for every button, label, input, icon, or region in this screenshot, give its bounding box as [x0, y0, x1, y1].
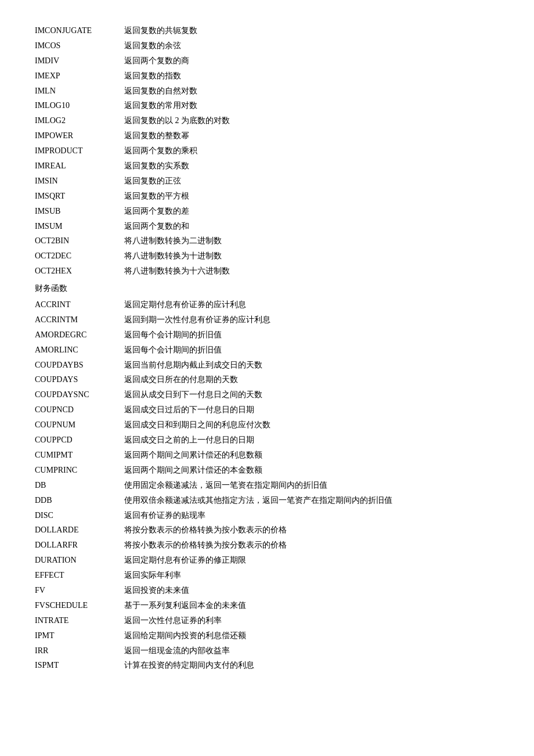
func-desc: 返回定期付息有价证券的修正期限 [116, 553, 499, 568]
func-name: IMPRODUCT [35, 143, 116, 159]
list-item: IMLOG2 返回复数的以 2 为底数的对数 [35, 113, 499, 128]
func-name: COUPNUM [35, 417, 116, 433]
func-desc: 返回复数的正弦 [116, 174, 499, 189]
func-name: DDB [35, 493, 116, 508]
func-name: IMPOWER [35, 128, 116, 143]
list-item: IMREAL 返回复数的实系数 [35, 159, 499, 174]
func-name: COUPPCD [35, 433, 116, 448]
func-desc: 返回两个复数的商 [116, 53, 499, 69]
func-name: IMLOG10 [35, 98, 116, 113]
func-desc: 基于一系列复利返回本金的未来值 [116, 598, 499, 613]
func-desc: 返回两个复数的乘积 [116, 143, 499, 159]
func-name: IMSIN [35, 174, 116, 189]
list-item: IMEXP 返回复数的指数 [35, 69, 499, 84]
func-name: OCT2HEX [35, 264, 116, 279]
list-item: CUMIPMT 返回两个期间之间累计偿还的利息数额 [35, 448, 499, 463]
func-desc: 返回复数的平方根 [116, 189, 499, 204]
func-name: ACCRINTM [35, 312, 116, 327]
func-desc: 将八进制数转换为十进制数 [116, 249, 499, 264]
list-item: COUPDAYBS 返回当前付息期内截止到成交日的天数 [35, 358, 499, 373]
func-desc: 使用双倍余额递减法或其他指定方法，返回一笔资产在指定期间内的折旧值 [116, 493, 499, 508]
list-item: DB 使用固定余额递减法，返回一笔资在指定期间内的折旧值 [35, 478, 499, 493]
func-name: FV [35, 583, 116, 598]
func-desc: 返回两个期间之间累计偿还的利息数额 [116, 448, 499, 463]
list-item: DURATION 返回定期付息有价证券的修正期限 [35, 553, 499, 568]
func-name: DOLLARFR [35, 538, 116, 553]
list-item: IPMT 返回给定期间内投资的利息偿还额 [35, 628, 499, 643]
func-desc: 将八进制数转换为二进制数 [116, 233, 499, 249]
list-item: IMSIN 返回复数的正弦 [35, 174, 499, 189]
list-item: IMSQRT 返回复数的平方根 [35, 189, 499, 204]
func-name: COUPDAYSNC [35, 387, 116, 402]
list-item: DOLLARFR 将按小数表示的价格转换为按分数表示的价格 [35, 538, 499, 553]
list-item: IMSUM 返回两个复数的和 [35, 219, 499, 234]
func-desc: 返回复数的自然对数 [116, 84, 499, 99]
func-desc: 返回两个期间之间累计偿还的本金数额 [116, 463, 499, 478]
func-desc: 返回有价证券的贴现率 [116, 508, 499, 523]
func-name: ACCRINT [35, 297, 116, 312]
list-item: FVSCHEDULE 基于一系列复利返回本金的未来值 [35, 598, 499, 613]
func-name: IMREAL [35, 159, 116, 174]
func-name: IMLOG2 [35, 113, 116, 128]
list-item: AMORLINC 返回每个会计期间的折旧值 [35, 343, 499, 358]
func-name: AMORDEGRC [35, 327, 116, 343]
list-item: IMLN 返回复数的自然对数 [35, 84, 499, 99]
list-item: IMPRODUCT 返回两个复数的乘积 [35, 143, 499, 159]
func-desc: 返回成交日和到期日之间的利息应付次数 [116, 417, 499, 433]
func-name: IMDIV [35, 53, 116, 69]
list-item: IMSUB 返回两个复数的差 [35, 204, 499, 219]
func-desc: 返回成交日之前的上一付息日的日期 [116, 433, 499, 448]
list-item: COUPDAYS 返回成交日所在的付息期的天数 [35, 372, 499, 387]
func-desc: 返回一组现金流的内部收益率 [116, 643, 499, 658]
func-desc: 返回两个复数的和 [116, 219, 499, 234]
func-desc: 返回成交日所在的付息期的天数 [116, 372, 499, 387]
func-desc: 使用固定余额递减法，返回一笔资在指定期间内的折旧值 [116, 478, 499, 493]
financial-section: 财务函数 ACCRINT 返回定期付息有价证券的应计利息ACCRINTM 返回到… [35, 281, 499, 673]
list-item: ACCRINTM 返回到期一次性付息有价证券的应计利息 [35, 312, 499, 327]
func-name: ISPMT [35, 658, 116, 673]
list-item: IMCOS 返回复数的余弦 [35, 38, 499, 53]
func-desc: 返回一次性付息证券的利率 [116, 613, 499, 628]
func-desc: 返回两个复数的差 [116, 204, 499, 219]
func-name: CUMIPMT [35, 448, 116, 463]
func-name: COUPDAYS [35, 372, 116, 387]
func-name: INTRATE [35, 613, 116, 628]
list-item: OCT2BIN 将八进制数转换为二进制数 [35, 233, 499, 249]
financial-functions-list: ACCRINT 返回定期付息有价证券的应计利息ACCRINTM 返回到期一次性付… [35, 297, 499, 673]
list-item: CUMPRINC 返回两个期间之间累计偿还的本金数额 [35, 463, 499, 478]
list-item: COUPNCD 返回成交日过后的下一付息日的日期 [35, 402, 499, 417]
func-name: AMORLINC [35, 343, 116, 358]
list-item: FV 返回投资的未来值 [35, 583, 499, 598]
func-desc: 返回成交日过后的下一付息日的日期 [116, 402, 499, 417]
func-desc: 返回定期付息有价证券的应计利息 [116, 297, 499, 312]
func-name: IPMT [35, 628, 116, 643]
list-item: COUPPCD 返回成交日之前的上一付息日的日期 [35, 433, 499, 448]
func-name: DB [35, 478, 116, 493]
financial-section-header: 财务函数 [35, 281, 499, 296]
func-name: IMCONJUGATE [35, 23, 116, 38]
func-desc: 返回从成交日到下一付息日之间的天数 [116, 387, 499, 402]
func-desc: 返回复数的常用对数 [116, 98, 499, 113]
func-name: FVSCHEDULE [35, 598, 116, 613]
list-item: EFFECT 返回实际年利率 [35, 568, 499, 583]
list-item: OCT2DEC 将八进制数转换为十进制数 [35, 249, 499, 264]
func-desc: 将按分数表示的价格转换为按小数表示的价格 [116, 523, 499, 538]
func-desc: 返回复数的共轭复数 [116, 23, 499, 38]
func-desc: 返回当前付息期内截止到成交日的天数 [116, 358, 499, 373]
func-desc: 将按小数表示的价格转换为按分数表示的价格 [116, 538, 499, 553]
list-item: IMDIV 返回两个复数的商 [35, 53, 499, 69]
list-item: DISC 返回有价证券的贴现率 [35, 508, 499, 523]
func-name: DISC [35, 508, 116, 523]
func-name: IMCOS [35, 38, 116, 53]
func-desc: 返回复数的实系数 [116, 159, 499, 174]
func-desc: 返回给定期间内投资的利息偿还额 [116, 628, 499, 643]
list-item: INTRATE 返回一次性付息证券的利率 [35, 613, 499, 628]
list-item: AMORDEGRC 返回每个会计期间的折旧值 [35, 327, 499, 343]
list-item: COUPDAYSNC 返回从成交日到下一付息日之间的天数 [35, 387, 499, 402]
list-item: IMPOWER 返回复数的整数幂 [35, 128, 499, 143]
list-item: DDB 使用双倍余额递减法或其他指定方法，返回一笔资产在指定期间内的折旧值 [35, 493, 499, 508]
func-desc: 返回每个会计期间的折旧值 [116, 343, 499, 358]
func-name: OCT2DEC [35, 249, 116, 264]
func-name: IMSQRT [35, 189, 116, 204]
list-item: ISPMT 计算在投资的特定期间内支付的利息 [35, 658, 499, 673]
